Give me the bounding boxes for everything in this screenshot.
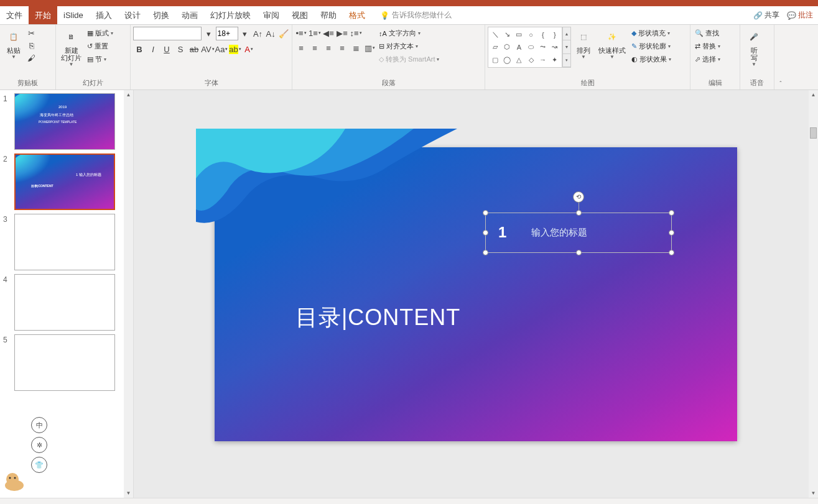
triangle-shape-icon[interactable]: △ [513, 54, 524, 66]
reset-button[interactable]: ↺重置 [85, 40, 115, 53]
rect-shape-icon[interactable]: ▭ [513, 29, 524, 40]
section-button[interactable]: ▤节▾ [85, 53, 115, 66]
content-title[interactable]: 目录|CONTENT [295, 303, 460, 333]
new-slide-button[interactable]: 🗎 新建 幻灯片 ▼ [58, 27, 84, 68]
format-painter-button[interactable]: 🖌 [26, 52, 37, 64]
tab-home[interactable]: 开始 [29, 6, 57, 24]
char-spacing-button[interactable]: AV▾ [202, 43, 214, 55]
shapes-scrollbar[interactable]: ▲▼▾ [562, 27, 571, 68]
lbracket-shape-icon[interactable]: { [537, 29, 549, 40]
replace-button[interactable]: ⇄替换▾ [693, 40, 722, 53]
scroll-down-icon[interactable]: ▼ [124, 488, 133, 498]
tab-view[interactable]: 视图 [286, 6, 314, 24]
tab-format[interactable]: 格式 [343, 6, 371, 24]
align-left-button[interactable]: ≡ [295, 42, 307, 54]
resize-handle-tm[interactable] [576, 210, 582, 216]
dictate-button[interactable]: 🎤 听 写 ▼ [743, 27, 765, 68]
thumbnail-scrollbar[interactable]: ▲ ▼ [124, 90, 133, 498]
text-direction-button[interactable]: ↕A文字方向▾ [377, 27, 441, 40]
editor-area[interactable]: 目录|CONTENT ⟲ 1 输入您的标题 ▲ ▼ [134, 90, 818, 498]
arrange-button[interactable]: ⬚ 排列 ▼ [572, 27, 595, 61]
shadow-button[interactable]: S [174, 43, 187, 55]
tab-animations[interactable]: 动画 [175, 6, 204, 24]
tab-insert[interactable]: 插入 [90, 6, 118, 24]
slide-thumbnail-4[interactable] [14, 274, 115, 331]
align-right-button[interactable]: ≡ [322, 42, 335, 54]
rotate-handle[interactable]: ⟲ [573, 191, 584, 203]
tab-transitions[interactable]: 切换 [147, 6, 175, 24]
tab-islide[interactable]: iSlide [57, 6, 90, 24]
font-size-input[interactable] [216, 27, 238, 40]
callout-shape-icon[interactable]: ⬭ [525, 41, 536, 53]
arrow-shape-icon[interactable]: ↘ [501, 29, 513, 40]
speech-bubble-2[interactable]: ✲ [31, 437, 47, 453]
hex-shape-icon[interactable]: ⬡ [501, 41, 513, 53]
comments-button[interactable]: 💬 批注 [787, 10, 813, 21]
find-button[interactable]: 🔍查找 [693, 27, 722, 40]
tab-review[interactable]: 审阅 [257, 6, 286, 24]
resize-handle-tl[interactable] [483, 210, 488, 216]
scroll-up-icon[interactable]: ▲ [124, 90, 133, 99]
slide-canvas[interactable]: 目录|CONTENT ⟲ 1 输入您的标题 [215, 147, 737, 441]
star-shape-icon[interactable]: ✦ [549, 54, 560, 66]
rbracket-shape-icon[interactable]: } [549, 29, 560, 40]
italic-button[interactable]: I [147, 43, 159, 55]
shrink-font-button[interactable]: A↓ [265, 27, 277, 40]
share-button[interactable]: 🔗 共享 [753, 10, 779, 21]
arrow2-shape-icon[interactable]: → [537, 54, 549, 66]
slide-thumbnail-3[interactable] [14, 214, 115, 270]
paste-button[interactable]: 📋 粘贴 ▼ [2, 27, 25, 61]
assistant-character[interactable] [3, 467, 28, 492]
numbering-button[interactable]: 1≡▾ [309, 27, 321, 39]
shapes-gallery[interactable]: ＼ ↘ ▭ ○ { } ▱ ⬡ A ⬭ ⤳ ↝ ▢ ◯ △ ◇ → [488, 27, 562, 68]
speech-bubble-1[interactable]: 中 [31, 417, 47, 433]
increase-indent-button[interactable]: ▶≡ [336, 27, 348, 39]
collapse-ribbon-button[interactable]: ˆ [774, 25, 787, 89]
font-name-input[interactable] [133, 27, 202, 40]
select-button[interactable]: ⬀选择▾ [693, 53, 722, 66]
grow-font-button[interactable]: A↑ [252, 27, 264, 40]
shape-outline-button[interactable]: ✎形状轮廓▾ [630, 40, 673, 53]
slide-thumbnail-1[interactable]: 2019 海变风年终工作总结 POWERPOINT TEMPLATE [14, 93, 115, 150]
editor-vertical-scrollbar[interactable]: ▲ ▼ [809, 90, 818, 498]
connector-shape-icon[interactable]: ⤳ [537, 41, 549, 53]
align-center-button[interactable]: ≡ [309, 42, 321, 54]
freeform-shape-icon[interactable]: ↝ [549, 41, 560, 53]
resize-handle-br[interactable] [669, 250, 674, 255]
scroll-down-icon[interactable]: ▼ [809, 488, 818, 498]
selected-textbox[interactable]: ⟲ 1 输入您的标题 [485, 213, 672, 253]
cut-button[interactable]: ✂ [26, 27, 37, 39]
rect2-shape-icon[interactable]: ▱ [490, 41, 501, 53]
columns-button[interactable]: ▥▾ [363, 42, 376, 54]
font-dropdown-button[interactable]: ▾ [203, 27, 215, 40]
shape-fill-button[interactable]: ◆形状填充▾ [630, 27, 673, 40]
align-text-button[interactable]: ⊟对齐文本▾ [377, 40, 441, 53]
resize-handle-bm[interactable] [576, 250, 582, 255]
size-dropdown-button[interactable]: ▾ [239, 27, 251, 40]
shape-effects-button[interactable]: ◐形状效果▾ [630, 53, 673, 66]
quick-styles-button[interactable]: ✨ 快速样式 ▼ [596, 27, 628, 61]
tab-help[interactable]: 帮助 [314, 6, 343, 24]
diamond-shape-icon[interactable]: ◇ [525, 54, 536, 66]
font-color-button[interactable]: A▾ [243, 43, 255, 55]
tell-me-search[interactable]: 💡 告诉我你想做什么 [380, 10, 452, 21]
speech-bubble-3[interactable]: 👕 [31, 457, 47, 473]
layout-button[interactable]: ▦版式▾ [85, 27, 115, 40]
slide-thumbnail-2[interactable]: 1 输入您的标题 目录|CONTENT [14, 153, 115, 210]
strikethrough-button[interactable]: ab [188, 43, 200, 55]
decrease-indent-button[interactable]: ◀≡ [322, 27, 335, 39]
change-case-button[interactable]: Aa▾ [215, 43, 228, 55]
textbox-shape-icon[interactable]: A [513, 41, 524, 53]
bullets-button[interactable]: •≡▾ [295, 27, 307, 39]
tab-design[interactable]: 设计 [118, 6, 147, 24]
tab-slideshow[interactable]: 幻灯片放映 [204, 6, 257, 24]
oval-shape-icon[interactable]: ○ [525, 29, 536, 40]
scrollbar-thumb[interactable] [810, 127, 817, 139]
resize-handle-mr[interactable] [669, 230, 674, 236]
round-shape-icon[interactable]: ◯ [501, 54, 513, 66]
bold-button[interactable]: B [133, 43, 146, 55]
scroll-up-icon[interactable]: ▲ [809, 90, 818, 99]
highlight-button[interactable]: ab▾ [229, 43, 241, 55]
rect3-shape-icon[interactable]: ▢ [490, 54, 501, 66]
clear-format-button[interactable]: 🧹 [277, 27, 289, 40]
